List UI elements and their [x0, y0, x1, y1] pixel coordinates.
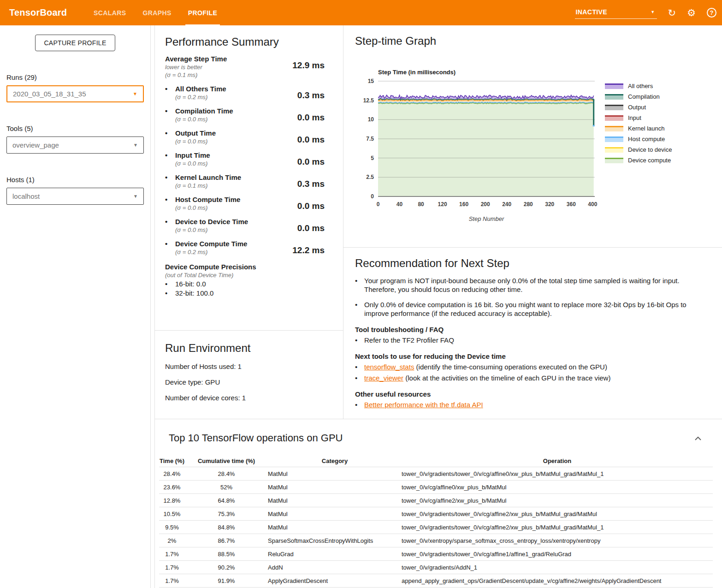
- run-environment-panel: Run Environment Number of Hosts used: 1D…: [155, 331, 343, 419]
- legend-swatch: [605, 83, 623, 89]
- operation-cell: tower_0/v/gradients/tower_0/v/cg/affine2…: [402, 524, 713, 531]
- app-logo: TensorBoard: [0, 0, 69, 25]
- metric-value: 0.3 ms: [297, 85, 325, 101]
- run-environment-list: Number of Hosts used: 1Device type: GPUN…: [165, 362, 333, 402]
- category-cell: AddN: [268, 564, 402, 571]
- chevron-down-icon: ▼: [133, 143, 138, 148]
- time-cell: 2%: [159, 537, 185, 544]
- bullet-icon: •: [165, 289, 175, 297]
- chevron-down-icon: ▼: [651, 10, 655, 14]
- selector-label-hosts: Hosts (1): [6, 176, 144, 184]
- svg-text:12.5: 12.5: [363, 97, 374, 104]
- collapse-panel-button[interactable]: [692, 432, 704, 445]
- header-tabs: SCALARSGRAPHSPROFILE: [85, 0, 225, 25]
- gear-icon[interactable]: ⚙: [687, 8, 696, 18]
- metric-sigma: (σ = 0.1 ms): [165, 71, 227, 78]
- legend-swatch: [605, 147, 623, 153]
- metric-row: •Output Time(σ = 0.0 ms)0.0 ms: [165, 129, 325, 145]
- bullet-icon: •: [165, 173, 175, 189]
- capture-profile-button[interactable]: CAPTURE PROFILE: [35, 35, 115, 51]
- selector-group-tools: Tools (5)overview_page▼: [6, 125, 144, 154]
- tools-dropdown[interactable]: overview_page▼: [6, 137, 144, 154]
- help-icon[interactable]: ?: [707, 8, 716, 18]
- metric-row: •Kernel Launch Time(σ = 0.1 ms)0.3 ms: [165, 173, 325, 189]
- metric-name: Device to Device Time: [175, 218, 248, 226]
- category-cell: MatMul: [268, 497, 402, 504]
- metric-value: 0.0 ms: [297, 218, 325, 233]
- recommendation-text: Only 0.0% of device computation is 16 bi…: [364, 300, 705, 318]
- metric-row: •Device to Device Time(σ = 0.0 ms)0.0 ms: [165, 218, 325, 233]
- svg-text:0: 0: [371, 193, 374, 200]
- chevron-down-icon: ▼: [133, 194, 138, 199]
- column-header: Time (%): [159, 457, 185, 464]
- reload-icon[interactable]: ↻: [668, 8, 676, 18]
- performance-summary-panel: Performance Summary Average Step Time lo…: [155, 25, 343, 331]
- runs-dropdown[interactable]: 2020_03_05_18_31_35▼: [6, 85, 144, 102]
- bullet-icon: •: [355, 374, 364, 382]
- time-cell: 23.6%: [159, 484, 185, 491]
- recommendation-group-title: Other useful resources: [355, 390, 705, 398]
- recommendation-group: Other useful resources•Better performanc…: [355, 390, 705, 409]
- metric-sigma: (σ = 0.2 ms): [175, 249, 247, 255]
- bullet-icon: •: [355, 300, 364, 318]
- cumulative-cell: 90.2%: [185, 564, 268, 571]
- category-cell: MatMul: [268, 511, 402, 517]
- table-header-row: Time (%)Cumulative time (%)CategoryOpera…: [159, 455, 713, 467]
- content-top-row: Performance Summary Average Step Time lo…: [155, 25, 722, 419]
- selector-label-runs: Runs (29): [6, 73, 144, 81]
- hosts-dropdown-value: localhost: [12, 192, 40, 200]
- chart-title: Step Time (in milliseconds): [378, 69, 604, 76]
- recommendation-group-title: Next tools to use for reducing the Devic…: [355, 352, 705, 360]
- recommendation-group-title: Tool troubleshooting / FAQ: [355, 326, 705, 333]
- recommendation-group: Tool troubleshooting / FAQ•Refer to the …: [355, 326, 705, 344]
- tab-graphs[interactable]: GRAPHS: [134, 0, 179, 25]
- tab-scalars[interactable]: SCALARS: [85, 0, 134, 25]
- svg-text:160: 160: [459, 201, 468, 208]
- metric-row: •All Others Time(σ = 0.2 ms)0.3 ms: [165, 85, 325, 101]
- recommendation-bullet: •Your program is NOT input-bound because…: [355, 276, 705, 294]
- svg-text:80: 80: [418, 201, 424, 208]
- metric-value: 0.0 ms: [297, 107, 325, 123]
- recommendation-item: •trace_viewer (look at the activities on…: [355, 374, 705, 382]
- precisions-list: •16-bit: 0.0•32-bit: 100.0: [165, 280, 325, 297]
- environment-item: Device type: GPU: [165, 378, 333, 386]
- operation-cell: tower_0/v/cg/affine2/xw_plus_b/MatMul: [402, 497, 713, 504]
- main-area: CAPTURE PROFILE Runs (29)2020_03_05_18_3…: [0, 25, 722, 588]
- metric-name: All Others Time: [175, 85, 226, 93]
- metric-name: Average Step Time: [165, 55, 227, 63]
- table-row: 2%86.7%SparseSoftmaxCrossEntropyWithLogi…: [159, 534, 713, 547]
- status-dropdown[interactable]: INACTIVE ▼: [575, 6, 657, 19]
- metric-value: 0.3 ms: [297, 173, 325, 189]
- precisions-note: (out of Total Device Time): [165, 272, 325, 279]
- top10-table: Time (%)Cumulative time (%)CategoryOpera…: [159, 455, 713, 588]
- link-trace-viewer[interactable]: trace_viewer: [364, 374, 403, 382]
- metric-sigma: (σ = 0.0 ms): [175, 204, 240, 211]
- right-column: Step-time Graph Step Time (in millisecon…: [343, 25, 722, 419]
- hosts-dropdown[interactable]: localhost▼: [6, 188, 144, 205]
- recommendation-item: •Better performance with the tf.data API: [355, 400, 705, 409]
- bullet-icon: •: [355, 400, 364, 409]
- bullet-icon: •: [165, 151, 175, 167]
- svg-text:280: 280: [524, 201, 533, 208]
- category-cell: MatMul: [268, 484, 402, 491]
- svg-text:240: 240: [502, 201, 511, 208]
- legend-label: Kernel launch: [628, 125, 665, 132]
- table-row: 12.8%64.8%MatMultower_0/v/cg/affine2/xw_…: [159, 494, 713, 507]
- metric-sigma: (σ = 0.0 ms): [175, 160, 210, 167]
- column-header: Operation: [402, 457, 713, 464]
- bullet-icon: •: [355, 276, 364, 294]
- precision-item: •16-bit: 0.0: [165, 280, 325, 288]
- runs-dropdown-value: 2020_03_05_18_31_35: [13, 90, 86, 98]
- link-better-performance-with-the-tf-data-api[interactable]: Better performance with the tf.data API: [364, 401, 483, 409]
- recommendation-text: Your program is NOT input-bound because …: [364, 276, 705, 294]
- link-tensorflow-stats[interactable]: tensorflow_stats: [364, 363, 414, 371]
- legend-swatch: [605, 126, 623, 131]
- metric-value: 12.2 ms: [292, 240, 325, 255]
- cumulative-cell: 86.7%: [185, 537, 268, 544]
- time-cell: 1.7%: [159, 551, 185, 558]
- sidebar-selectors: Runs (29)2020_03_05_18_31_35▼Tools (5)ov…: [6, 73, 144, 205]
- bullet-icon: •: [355, 362, 364, 371]
- legend-label: Input: [628, 114, 641, 121]
- tab-profile[interactable]: PROFILE: [180, 0, 225, 25]
- recommendation-group: Next tools to use for reducing the Devic…: [355, 352, 705, 382]
